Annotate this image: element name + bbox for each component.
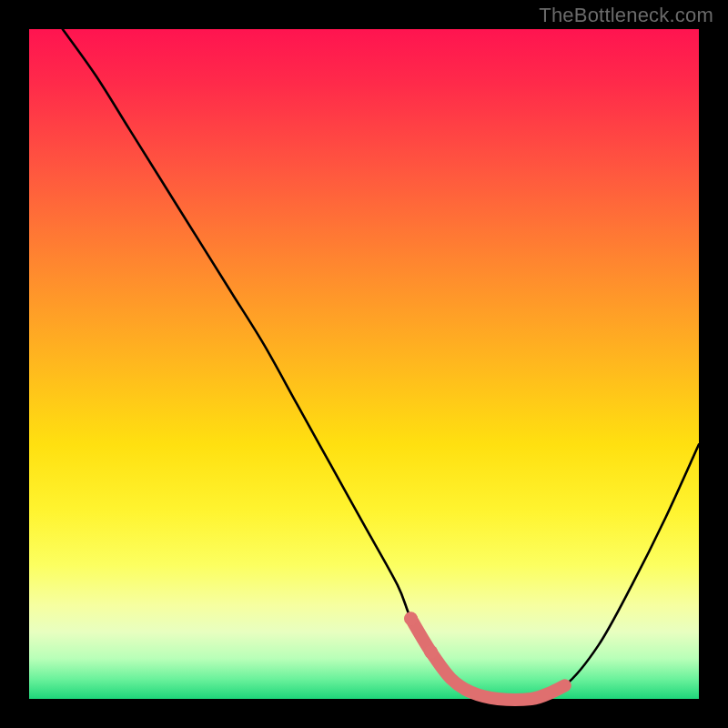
highlight-dot [404,612,418,625]
chart-frame: TheBottleneck.com [0,0,728,728]
bottleneck-curve [63,29,699,700]
highlight-dot [424,645,438,659]
curve-layer [29,29,699,699]
plot-area [29,29,699,699]
watermark-text: TheBottleneck.com [539,4,713,27]
optimal-range-highlight [411,619,565,700]
